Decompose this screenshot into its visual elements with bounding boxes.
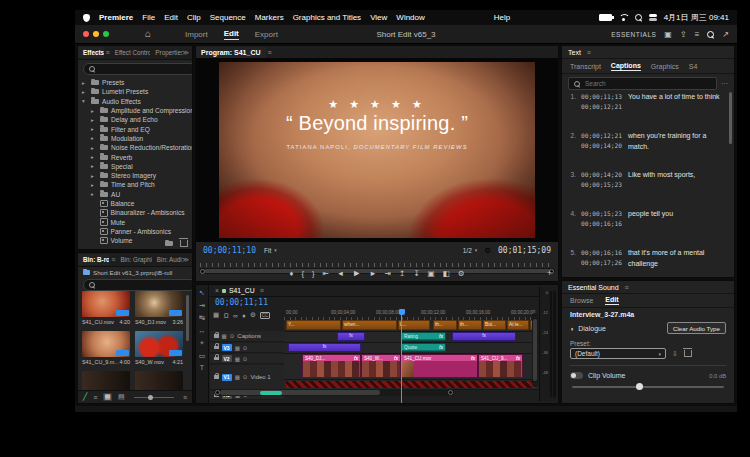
selection-tool[interactable]: ↖ [199, 289, 205, 296]
timeline-clip-fx[interactable]: fx [288, 343, 361, 352]
caption-row[interactable]: 3.00;00;14;2000;00;15;23Like with most s… [566, 170, 724, 190]
twirl-closed-icon[interactable]: ▸ [91, 154, 97, 160]
timeline-hscrollbar[interactable] [214, 389, 454, 396]
track-lock-icon[interactable] [214, 375, 219, 379]
effects-search-input[interactable] [83, 63, 193, 75]
lift-button[interactable]: ↥ [399, 269, 405, 278]
timeline-vscrollbar[interactable] [532, 313, 538, 387]
timeline-settings-wrench-icon[interactable]: ⚙ [250, 311, 256, 319]
freeform-view-icon[interactable]: ▤ [118, 393, 125, 401]
twirl-closed-icon[interactable]: ▸ [82, 80, 88, 86]
captions-badge[interactable]: CC [260, 312, 270, 319]
settings-wrench-icon[interactable]: ⚙ [458, 269, 465, 278]
effects-tree-item-time-and-pitch[interactable]: ▸Time and Pitch [78, 180, 192, 189]
track-target-badge[interactable]: V1 [222, 374, 232, 381]
tab-effects[interactable]: Effects [78, 47, 104, 58]
bin-scrollbar[interactable] [186, 295, 189, 341]
captions-scrollbar[interactable] [729, 92, 732, 144]
workspace-label[interactable]: ESSENTIALS [611, 31, 656, 38]
panel-menu-icon[interactable]: ≡ [260, 287, 264, 294]
workspace-icon[interactable]: ▣ [664, 30, 672, 39]
linked-selection-toggle[interactable]: ∞ [233, 312, 238, 319]
track-v1[interactable]: S40_DJ...fxS40_W...fxS41_CU.movfxS41_CU_… [284, 354, 538, 380]
caption-text[interactable]: when you're training for a match. [628, 131, 724, 153]
twirl-closed-icon[interactable]: ▸ [91, 117, 97, 123]
effects-tree-item-reverb[interactable]: ▸Reverb [78, 152, 192, 161]
track-header-v3[interactable]: V3▦⊙ [210, 343, 284, 353]
clip-thumbnail[interactable] [135, 371, 183, 391]
ripple-edit-tool[interactable]: ↹ [199, 314, 205, 321]
button-editor-icon[interactable]: + [547, 268, 552, 278]
timeline-tab[interactable]: S41_CU [229, 287, 255, 294]
clip-thumbnail[interactable] [82, 371, 130, 391]
tab-browse[interactable]: Browse [570, 297, 593, 304]
clip-volume-toggle[interactable] [570, 372, 583, 379]
twirl-closed-icon[interactable]: ▸ [91, 191, 97, 197]
tab-edit[interactable]: Edit [605, 296, 618, 305]
clip-thumbnail[interactable] [135, 291, 183, 317]
slip-tool[interactable]: ↔ [199, 327, 206, 334]
bin-item-s41-cu-mov[interactable]: S41_CU.mov4:20 [82, 291, 130, 325]
apple-menu-icon[interactable] [83, 14, 90, 22]
menu-file[interactable]: File [142, 13, 155, 22]
twirl-closed-icon[interactable]: ▸ [91, 173, 97, 179]
bin-item-s41-cu-9-m[interactable]: S41_CU_9.m...4:00 [82, 331, 130, 365]
menu-window[interactable]: Window [396, 13, 424, 22]
track-target-badge[interactable]: V3 [222, 344, 232, 351]
tab-bin-graphics[interactable]: Bin: Graphics [115, 254, 151, 265]
clip-volume-slider[interactable] [572, 386, 724, 388]
bin-search-input[interactable] [83, 279, 193, 291]
timeline-clip-quote[interactable]: Quotefx [401, 343, 446, 352]
timeline-timecode[interactable]: 00;00;11;11 [215, 298, 268, 307]
effects-tree-item-binauralizer-ambisonics[interactable]: Binauralizer - Ambisonics [78, 208, 192, 217]
offline-audio-clip[interactable] [286, 381, 536, 388]
tab-bin-audio[interactable]: Bin: Audio [152, 254, 182, 265]
panel-menu-icon[interactable]: ≡ [625, 284, 629, 291]
bin-breadcrumb[interactable]: Short Edit v61_3.prproj\B-roll [78, 267, 192, 278]
new-custom-bin-icon[interactable] [165, 241, 173, 246]
effects-tree-item-amplitude-and-compression[interactable]: ▸Amplitude and Compression [78, 106, 192, 115]
track-visibility-icon[interactable]: ⊙ [243, 345, 248, 351]
track-visibility-icon[interactable]: ⊙ [243, 356, 248, 362]
effects-tree-item-presets[interactable]: ▸Presets [78, 78, 192, 87]
menubar-clock[interactable]: 4月1日 周三 09:41 [664, 12, 729, 23]
rectangle-tool[interactable]: ▭ [199, 352, 206, 359]
track-select-tool[interactable]: ⇥ [199, 302, 205, 309]
menu-clip[interactable]: Clip [187, 13, 201, 22]
track-header-v2[interactable]: V2▦⊙ [210, 354, 284, 364]
project-writable-icon[interactable]: ╱ [83, 393, 87, 401]
program-monitor-tab[interactable]: Program: S41_CU [196, 47, 266, 58]
extract-button[interactable]: ↧ [413, 269, 419, 278]
playback-resolution-dropdown[interactable]: 1/2▾ [463, 247, 478, 254]
effects-tree-item-special[interactable]: ▸Special [78, 162, 192, 171]
track-header-v1[interactable]: V1▦⊙Video 1 [210, 365, 284, 390]
type-tool[interactable]: T [200, 364, 204, 371]
bin-item-s40-dj-mov[interactable]: S40_DJ.mov3:26 [135, 291, 183, 325]
caption-text[interactable]: people tell you [628, 209, 724, 229]
sync-lock-icon[interactable]: ▦ [235, 345, 240, 351]
tab-effect-controls[interactable]: Effect Controls [110, 47, 151, 58]
effects-tree-item-modulation[interactable]: ▸Modulation [78, 134, 192, 143]
search-icon[interactable] [707, 31, 714, 38]
save-preset-icon[interactable]: ⇩ [672, 350, 678, 358]
captions-search-input[interactable] [568, 77, 717, 90]
track-lock-icon[interactable] [214, 346, 219, 350]
snap-toggle[interactable]: Ω [224, 312, 229, 319]
list-view-icon[interactable]: ≡ [93, 394, 97, 401]
effects-tree-item-au[interactable]: ▸AU [78, 190, 192, 199]
menu-markers[interactable]: Markers [255, 13, 284, 22]
program-timecode[interactable]: 00;00;11;10 [203, 246, 256, 255]
panel-menu-icon[interactable]: ≡ [268, 49, 272, 56]
effects-tree-item-mute[interactable]: Mute [78, 217, 192, 226]
track-captions[interactable]: Y...when...L...th...th...But...At le...W [284, 320, 538, 332]
spotlight-search-icon[interactable] [635, 14, 642, 21]
clip-thumbnail[interactable] [135, 331, 183, 357]
sync-lock-icon[interactable]: ▦ [235, 374, 240, 380]
timeline-clip-th[interactable]: th... [458, 320, 482, 330]
export-frame-button[interactable]: ▣ [427, 269, 434, 278]
sync-lock-icon[interactable]: ▦ [222, 333, 227, 339]
track-visibility-icon[interactable]: ⊙ [243, 374, 248, 380]
panel-menu-icon[interactable]: ≡ [587, 49, 591, 56]
mark-in-button[interactable]: { [301, 269, 304, 278]
tab-graphics[interactable]: Graphics [651, 63, 679, 70]
